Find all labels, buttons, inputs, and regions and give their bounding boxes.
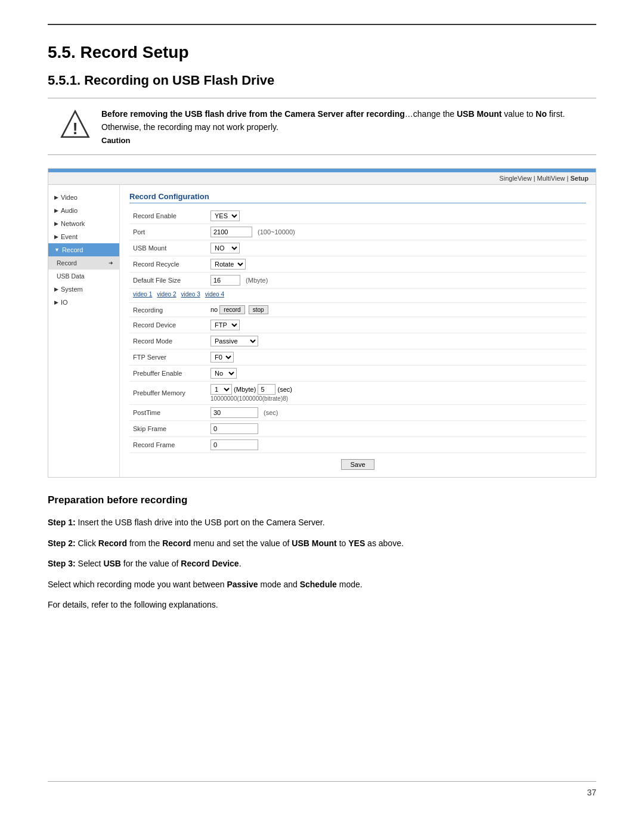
field-label-default-file-size: Default File Size	[129, 272, 207, 289]
skip-frame-input[interactable]	[210, 423, 258, 434]
section-title: 5.5. Record Setup	[48, 43, 596, 62]
field-label-prebuffer-enable: Prebuffer Enable	[129, 366, 207, 382]
field-value-skip-frame	[207, 421, 586, 437]
step1-para: Step 1: Insert the USB flash drive into …	[48, 516, 596, 529]
note2-para: For details, refer to the following expl…	[48, 598, 596, 611]
record-sub-arrow-icon: ➜	[109, 260, 113, 266]
record-recycle-select[interactable]: RotateStop	[210, 259, 246, 270]
field-label-record-enable: Record Enable	[129, 208, 207, 224]
field-value-ftp-server: F0F1	[207, 349, 586, 366]
field-label-ftp-server: FTP Server	[129, 349, 207, 366]
step2-label: Step 2:	[48, 538, 76, 548]
ui-nav-bar: SingleView | MultiView | Setup	[48, 172, 596, 185]
io-arrow-icon: ▶	[54, 299, 58, 305]
caution-paragraph: Before removing the USB flash drive from…	[101, 108, 584, 134]
posttime-input[interactable]	[210, 407, 258, 418]
sidebar-item-audio[interactable]: ▶ Audio	[48, 204, 119, 217]
step3-para: Step 3: Select USB for the value of Reco…	[48, 557, 596, 570]
caution-triangle-icon: !	[60, 109, 91, 140]
prebuffer-sec-input[interactable]	[258, 384, 275, 395]
field-value-port: (100~10000)	[207, 224, 586, 240]
nav-singleview[interactable]: SingleView	[499, 175, 531, 182]
field-label-recording: Recording	[129, 303, 207, 317]
nav-multiview[interactable]: MultiView	[537, 175, 565, 182]
field-label-posttime: PostTime	[129, 405, 207, 421]
field-label-record-frame: Record Frame	[129, 437, 207, 453]
tab-video4[interactable]: video 4	[205, 291, 224, 298]
tab-video2[interactable]: video 2	[157, 291, 176, 298]
prebuffer-enable-select[interactable]: NoYes	[210, 368, 237, 379]
file-size-hint: (Mbyte)	[246, 277, 268, 284]
table-row: Recording no record stop	[129, 303, 586, 317]
table-row: Prebuffer Memory 1 (Mbyte) (sec) 1000000…	[129, 382, 586, 405]
ui-save-row: Save	[129, 459, 586, 470]
system-arrow-icon: ▶	[54, 286, 58, 292]
record-mode-select[interactable]: PassiveSchedule	[210, 336, 258, 346]
usb-mount-select[interactable]: NOYES	[210, 243, 240, 253]
note1-para: Select which recording mode you want bet…	[48, 578, 596, 591]
prebuffer-memory-select[interactable]: 1	[210, 384, 232, 395]
field-value-posttime: (sec)	[207, 405, 586, 421]
video-tabs-cell: video 1 video 2 video 3 video 4	[129, 289, 586, 303]
field-label-record-mode: Record Mode	[129, 333, 207, 349]
field-value-default-file-size: (Mbyte)	[207, 272, 586, 289]
field-value-prebuffer-enable: NoYes	[207, 366, 586, 382]
table-row: Record Recycle RotateStop	[129, 256, 586, 272]
step3-label: Step 3:	[48, 559, 76, 568]
field-label-usb-mount: USB Mount	[129, 240, 207, 256]
port-input[interactable]	[210, 227, 252, 237]
page-wrapper: 5.5. Record Setup 5.5.1. Recording on US…	[0, 0, 644, 833]
record-device-select[interactable]: FTPUSB	[210, 320, 240, 330]
sidebar-item-network[interactable]: ▶ Network	[48, 217, 119, 230]
field-label-port: Port	[129, 224, 207, 240]
table-row: Skip Frame	[129, 421, 586, 437]
table-row: Record Mode PassiveSchedule	[129, 333, 586, 349]
table-row: PostTime (sec)	[129, 405, 586, 421]
field-value-record-frame	[207, 437, 586, 453]
ui-body: ▶ Video ▶ Audio ▶ Network ▶ Event ▼ Reco…	[48, 185, 596, 477]
step2-para: Step 2: Click Record from the Record men…	[48, 537, 596, 550]
prebuffer-sec-label: (sec)	[277, 386, 292, 393]
sidebar-item-system[interactable]: ▶ System	[48, 283, 119, 296]
posttime-hint: (sec)	[264, 409, 278, 416]
ui-main: Record Configuration Record Enable YESNO…	[120, 185, 596, 477]
field-value-record-mode: PassiveSchedule	[207, 333, 586, 349]
event-arrow-icon: ▶	[54, 234, 58, 240]
table-row: Record Enable YESNO	[129, 208, 586, 224]
ui-screenshot: SingleView | MultiView | Setup ▶ Video ▶…	[48, 168, 596, 478]
sidebar-item-event[interactable]: ▶ Event	[48, 230, 119, 243]
video-arrow-icon: ▶	[54, 194, 58, 200]
ui-section-header: Record Configuration	[129, 192, 586, 203]
page-number: 37	[587, 788, 596, 797]
field-value-prebuffer-memory: 1 (Mbyte) (sec) 10000000(1000000(bitrate…	[207, 382, 586, 405]
tab-video3[interactable]: video 3	[181, 291, 200, 298]
record-arrow-icon: ▼	[54, 247, 60, 253]
ftp-server-select[interactable]: F0F1	[210, 352, 234, 363]
prebuffer-note: 10000000(1000000(bitrate)8)	[210, 395, 288, 402]
top-rule	[48, 24, 596, 25]
record-button[interactable]: record	[219, 305, 244, 314]
field-label-record-device: Record Device	[129, 317, 207, 333]
step1-label: Step 1:	[48, 518, 76, 527]
network-arrow-icon: ▶	[54, 221, 58, 227]
record-enable-select[interactable]: YESNO	[210, 210, 240, 221]
audio-arrow-icon: ▶	[54, 208, 58, 213]
record-frame-input[interactable]	[210, 439, 258, 450]
sidebar-item-usbdata[interactable]: USB Data	[48, 270, 119, 283]
sidebar-item-record-sub[interactable]: Record ➜	[48, 256, 119, 270]
table-row: video 1 video 2 video 3 video 4	[129, 289, 586, 303]
tab-video1[interactable]: video 1	[133, 291, 152, 298]
save-button[interactable]: Save	[341, 459, 374, 470]
sidebar-item-io[interactable]: ▶ IO	[48, 296, 119, 309]
table-row: Record Frame	[129, 437, 586, 453]
default-file-size-input[interactable]	[210, 275, 240, 286]
ui-config-table: Record Enable YESNO Port (100~10000)	[129, 208, 586, 453]
caution-text-block: Before removing the USB flash drive from…	[101, 108, 584, 145]
sidebar-item-record[interactable]: ▼ Record	[48, 243, 119, 256]
nav-setup[interactable]: Setup	[570, 175, 589, 182]
field-value-record-device: FTPUSB	[207, 317, 586, 333]
sidebar-item-video[interactable]: ▶ Video	[48, 191, 119, 204]
stop-button[interactable]: stop	[249, 305, 268, 314]
table-row: Record Device FTPUSB	[129, 317, 586, 333]
recording-status: no	[210, 306, 218, 313]
